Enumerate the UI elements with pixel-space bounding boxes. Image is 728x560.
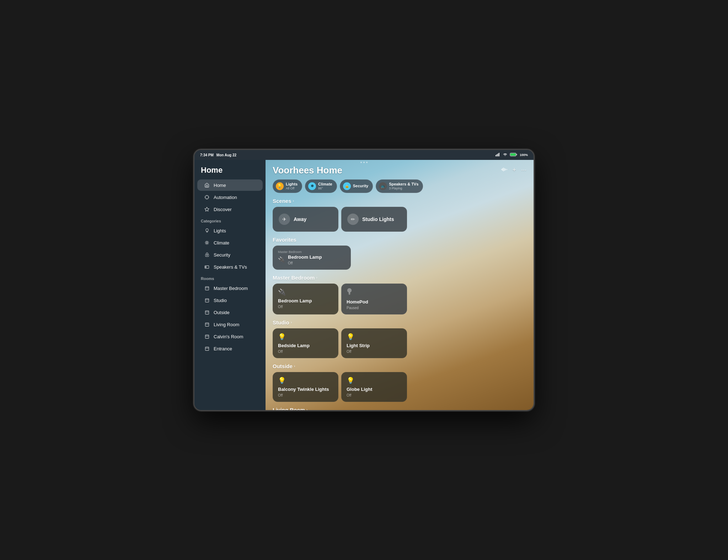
status-time: 7:34 PM xyxy=(200,153,214,157)
master-bedroom-chevron: › xyxy=(316,275,317,280)
light-strip-icon: 💡 xyxy=(347,333,402,341)
pill-lights-sub: All Off xyxy=(286,187,298,190)
room-icon-master xyxy=(204,285,210,291)
globe-light-sub: Off xyxy=(347,393,402,397)
header-actions: + ··· xyxy=(501,165,526,174)
sidebar-item-calvins-room[interactable]: Calvin's Room xyxy=(197,331,263,342)
favorite-card-bedroom-lamp[interactable]: Master Bedroom 🔌 Bedroom Lamp Off xyxy=(273,246,351,270)
scene-card-studio-lights[interactable]: ✏ Studio Lights xyxy=(341,207,407,232)
bedside-lamp-label: Bedside Lamp xyxy=(278,343,333,349)
sidebar-item-outside-label: Outside xyxy=(214,310,230,315)
room-icon-studio xyxy=(204,297,210,303)
svg-rect-0 xyxy=(496,155,496,156)
favorites-section-title: Favorites xyxy=(273,237,526,243)
outside-chevron: › xyxy=(294,364,295,368)
pill-climate[interactable]: ❄ Climate 86° xyxy=(305,179,337,193)
bedroom-lamp-room: Master Bedroom xyxy=(278,250,346,254)
sidebar-item-speakers-label: Speakers & TVs xyxy=(214,264,247,270)
card-bedroom-lamp[interactable]: 🔌 Bedroom Lamp Off xyxy=(273,284,338,314)
svg-marker-8 xyxy=(205,207,209,211)
pill-speakers[interactable]: 📺 Speakers & TVs 3 Playing xyxy=(376,179,423,193)
sidebar-item-master-bedroom[interactable]: Master Bedroom xyxy=(197,282,263,294)
add-button[interactable]: + xyxy=(512,166,516,174)
master-bedroom-cards: 🔌 Bedroom Lamp Off HomePod Paused xyxy=(273,284,526,314)
pill-lights-name: Lights xyxy=(286,182,298,187)
svg-rect-6 xyxy=(516,154,517,155)
room-icon-living xyxy=(204,321,210,328)
svg-rect-17 xyxy=(205,323,209,326)
pill-speakers-name: Speakers & TVs xyxy=(389,182,418,187)
sidebar-item-studio[interactable]: Studio xyxy=(197,295,263,306)
home-icon xyxy=(204,182,210,188)
sidebar-title: Home xyxy=(194,166,266,179)
studio-chevron: › xyxy=(291,320,292,324)
living-room-chevron: › xyxy=(306,408,308,410)
sidebar-item-master-bedroom-label: Master Bedroom xyxy=(214,286,248,291)
svg-point-12 xyxy=(207,255,207,256)
climate-icon xyxy=(204,239,210,246)
automation-icon xyxy=(204,194,210,200)
studio-lights-icon: ✏ xyxy=(347,214,359,225)
scene-card-away[interactable]: ✈ Away xyxy=(273,207,338,232)
sidebar-item-security[interactable]: Security xyxy=(197,249,263,260)
sidebar-item-home[interactable]: Home xyxy=(197,179,263,191)
pill-security[interactable]: 🔒 Security xyxy=(340,179,373,193)
card-globe-light[interactable]: 💡 Globe Light Off xyxy=(341,372,407,402)
card-light-strip[interactable]: 💡 Light Strip Off xyxy=(341,328,407,358)
room-icon-outside xyxy=(204,309,210,316)
studio-cards: 💡 Bedside Lamp Off 💡 Light Strip Off xyxy=(273,328,526,358)
sidebar-item-speakers[interactable]: Speakers & TVs xyxy=(197,261,263,273)
sidebar-item-calvins-room-label: Calvin's Room xyxy=(214,334,243,339)
page-header: Voorhees Home + ··· xyxy=(273,165,526,176)
bedroom-lamp-icon: 🔌 xyxy=(278,288,333,296)
bedside-lamp-sub: Off xyxy=(278,350,333,354)
sidebar-item-automation-label: Automation xyxy=(214,195,237,200)
scenes-chevron: › xyxy=(293,199,294,203)
speakers-icon xyxy=(204,264,210,270)
status-bar: 7:34 PM Mon Aug 22 100% xyxy=(194,150,534,160)
scenes-section-title: Scenes › xyxy=(273,198,526,204)
sidebar-item-living-room[interactable]: Living Room xyxy=(197,319,263,330)
bedroom-lamp-sub: Off xyxy=(278,305,333,309)
svg-rect-1 xyxy=(497,154,497,156)
svg-rect-18 xyxy=(205,335,209,338)
bedroom-lamp-fav-icon: 🔌 xyxy=(278,256,285,263)
sidebar-item-entrance-label: Entrance xyxy=(214,346,232,351)
sidebar-item-living-room-label: Living Room xyxy=(214,322,239,327)
sidebar-item-discover[interactable]: Discover xyxy=(197,204,263,215)
pill-lights[interactable]: 💡 Lights All Off xyxy=(273,179,302,193)
svg-rect-2 xyxy=(498,154,498,156)
bedroom-lamp-fav-label: Bedroom Lamp xyxy=(288,254,322,260)
sidebar-item-outside[interactable]: Outside xyxy=(197,307,263,318)
card-bedside-lamp[interactable]: 💡 Bedside Lamp Off xyxy=(273,328,338,358)
scene-away-label: Away xyxy=(294,216,306,222)
sidebar: Home Home Automation Discover Ca xyxy=(194,160,266,410)
studio-section-title: Studio › xyxy=(273,319,526,325)
globe-light-icon: 💡 xyxy=(347,377,402,384)
pill-speakers-icon: 📺 xyxy=(379,182,387,190)
room-icon-calvins xyxy=(204,333,210,340)
card-homepod[interactable]: HomePod Paused xyxy=(341,284,407,314)
sidebar-item-automation[interactable]: Automation xyxy=(197,192,263,203)
svg-rect-13 xyxy=(205,265,209,268)
sidebar-item-studio-label: Studio xyxy=(214,298,227,303)
battery-icon xyxy=(510,153,518,157)
svg-rect-21 xyxy=(349,292,350,295)
svg-rect-3 xyxy=(499,153,499,156)
bedroom-lamp-label: Bedroom Lamp xyxy=(278,298,333,304)
sidebar-item-climate[interactable]: Climate xyxy=(197,237,263,248)
pill-speakers-sub: 3 Playing xyxy=(389,187,418,190)
categories-header: Categories xyxy=(194,215,266,225)
room-icon-entrance xyxy=(204,345,210,352)
right-content: Voorhees Home + ··· 💡 Lights xyxy=(266,160,534,410)
card-balcony-twinkle[interactable]: 💡 Balcony Twinkle Lights Off xyxy=(273,372,338,402)
bedside-lamp-icon: 💡 xyxy=(278,333,333,341)
more-options-button[interactable]: ··· xyxy=(521,166,526,174)
sidebar-item-entrance[interactable]: Entrance xyxy=(197,343,263,354)
sidebar-item-lights[interactable]: Lights xyxy=(197,225,263,236)
security-icon xyxy=(204,252,210,258)
category-pills: 💡 Lights All Off ❄ Climate 86° xyxy=(273,179,526,193)
ipad-frame: 7:34 PM Mon Aug 22 100% Home xyxy=(193,149,535,411)
waveform-button[interactable] xyxy=(501,167,507,173)
sidebar-item-security-label: Security xyxy=(214,252,230,258)
